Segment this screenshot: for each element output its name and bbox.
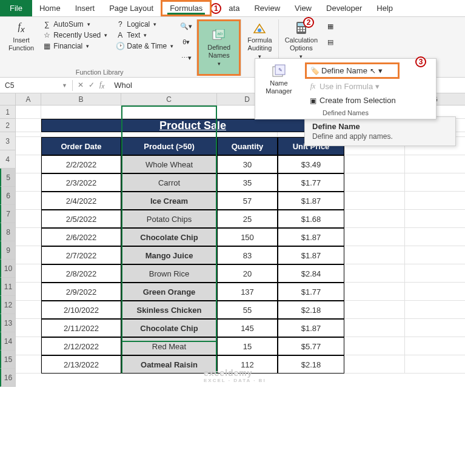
logical-button[interactable]: ?Logical▾: [113, 19, 176, 29]
cell[interactable]: [16, 264, 41, 283]
cell[interactable]: [344, 264, 405, 283]
cell[interactable]: [16, 137, 41, 155]
cell[interactable]: [217, 132, 278, 137]
cell[interactable]: [405, 155, 465, 173]
financial-button[interactable]: ▦Financial▾: [40, 41, 110, 51]
cell[interactable]: [16, 106, 41, 119]
tab-help[interactable]: Help: [369, 0, 400, 16]
cell[interactable]: [344, 301, 405, 319]
cell-date[interactable]: 2/2/2022: [41, 155, 121, 173]
row-header-8[interactable]: 8: [0, 223, 16, 241]
cell-date[interactable]: 2/4/2022: [41, 192, 121, 210]
cell-date[interactable]: 2/12/2022: [41, 337, 121, 355]
row-header-13[interactable]: 13: [0, 314, 16, 332]
cell-price[interactable]: $5.77: [278, 337, 344, 355]
cell[interactable]: [405, 355, 465, 374]
cell[interactable]: [344, 173, 405, 192]
row-header-12[interactable]: 12: [0, 296, 16, 314]
cell-qty[interactable]: 83: [217, 246, 278, 264]
confirm-icon[interactable]: ✓: [89, 81, 95, 89]
cell[interactable]: [16, 246, 41, 264]
cell[interactable]: [405, 301, 465, 319]
tab-review[interactable]: Review: [247, 0, 287, 16]
cell-price[interactable]: $2.18: [278, 355, 344, 374]
cancel-icon[interactable]: ✕: [78, 81, 84, 89]
header-product[interactable]: Product (>50): [121, 137, 217, 155]
cell-date[interactable]: 2/6/2022: [41, 228, 121, 246]
name-box[interactable]: C5 ▼: [0, 80, 73, 91]
row-header-3[interactable]: 3: [0, 132, 16, 150]
cell-product[interactable]: Chocolate Chip: [121, 319, 217, 337]
autosum-button[interactable]: ∑AutoSum▾: [40, 19, 110, 29]
cell-date[interactable]: 2/3/2022: [41, 173, 121, 192]
cell[interactable]: [405, 210, 465, 228]
insert-function-button[interactable]: fx Insert Function: [6, 19, 36, 53]
cell-price[interactable]: $3.49: [278, 155, 344, 173]
header-date[interactable]: Order Date: [41, 137, 121, 155]
row-header-14[interactable]: 14: [0, 332, 16, 350]
col-header-A[interactable]: A: [16, 93, 41, 106]
cell[interactable]: [16, 301, 41, 319]
cell[interactable]: [344, 283, 405, 301]
col-header-C[interactable]: C: [121, 93, 217, 106]
cell-qty[interactable]: 30: [217, 155, 278, 173]
cell[interactable]: [344, 319, 405, 337]
cell-date[interactable]: 2/13/2022: [41, 355, 121, 374]
cell[interactable]: [41, 106, 121, 119]
cell[interactable]: [41, 132, 121, 137]
row-header-5[interactable]: 5: [0, 169, 16, 187]
formula-auditing-button[interactable]: Formula Auditing ▾: [245, 19, 274, 61]
cell-qty[interactable]: 35: [217, 173, 278, 192]
cell[interactable]: [405, 337, 465, 355]
row-header-7[interactable]: 7: [0, 205, 16, 223]
lookup-button[interactable]: 🔍▾: [179, 19, 193, 33]
cell-qty[interactable]: 112: [217, 355, 278, 374]
tab-home[interactable]: Home: [32, 0, 68, 16]
cell[interactable]: [405, 173, 465, 192]
cell[interactable]: [405, 246, 465, 264]
cell-qty[interactable]: 20: [217, 264, 278, 283]
cell[interactable]: [405, 264, 465, 283]
cell-product[interactable]: Brown Rice: [121, 264, 217, 283]
cell[interactable]: [405, 192, 465, 210]
cell-price[interactable]: $1.77: [278, 173, 344, 192]
text-button[interactable]: AText▾: [113, 30, 176, 40]
row-header-2[interactable]: 2: [0, 119, 16, 132]
cell-price[interactable]: $1.87: [278, 246, 344, 264]
fx-icon[interactable]: fx: [99, 80, 104, 90]
cell-date[interactable]: 2/11/2022: [41, 319, 121, 337]
cell-price[interactable]: $1.87: [278, 192, 344, 210]
tab-developer[interactable]: Developer: [319, 0, 369, 16]
cell-product[interactable]: Oatmeal Raisin: [121, 355, 217, 374]
calculate-sheet-button[interactable]: ▤: [324, 35, 337, 49]
cell-qty[interactable]: 57: [217, 192, 278, 210]
select-all-corner[interactable]: [0, 93, 16, 106]
create-from-selection-item[interactable]: ▣ Create from Selection: [305, 94, 400, 107]
datetime-button[interactable]: 🕑Date & Time▾: [113, 41, 176, 51]
math-button[interactable]: θ▾: [179, 35, 193, 49]
cell-product[interactable]: Ice Cream: [121, 192, 217, 210]
cell[interactable]: [16, 155, 41, 173]
cell[interactable]: [16, 132, 41, 137]
tab-data[interactable]: ata: [221, 0, 247, 16]
cell-price[interactable]: $2.84: [278, 264, 344, 283]
cell-date[interactable]: 2/5/2022: [41, 210, 121, 228]
cell-qty[interactable]: 15: [217, 337, 278, 355]
row-header-6[interactable]: 6: [0, 187, 16, 205]
header-qty[interactable]: Quantity: [217, 137, 278, 155]
cell-product[interactable]: Potato Chips: [121, 210, 217, 228]
tab-insert[interactable]: Insert: [68, 0, 102, 16]
tab-page-layout[interactable]: Page Layout: [102, 0, 161, 16]
row-header-1[interactable]: 1: [0, 106, 16, 119]
cell[interactable]: [405, 319, 465, 337]
cell-price[interactable]: $1.87: [278, 319, 344, 337]
cell[interactable]: [16, 319, 41, 337]
file-tab[interactable]: File: [0, 0, 32, 16]
cell[interactable]: [344, 246, 405, 264]
cell-qty[interactable]: 55: [217, 301, 278, 319]
define-name-item[interactable]: 🏷️ Define Name ↖ ▾: [305, 62, 400, 79]
cell-price[interactable]: $1.68: [278, 210, 344, 228]
cell-date[interactable]: 2/10/2022: [41, 301, 121, 319]
row-header-16[interactable]: 16: [0, 369, 16, 387]
tab-view[interactable]: View: [287, 0, 319, 16]
